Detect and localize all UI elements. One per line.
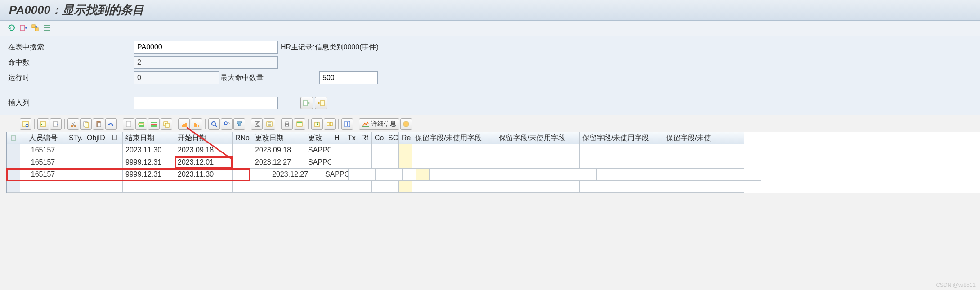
details-icon[interactable] bbox=[20, 118, 31, 130]
view-icon[interactable] bbox=[324, 118, 336, 130]
cell bbox=[345, 181, 358, 193]
cell bbox=[109, 156, 123, 169]
cell-pernr: 165157 bbox=[20, 156, 66, 169]
sum-icon[interactable] bbox=[251, 118, 263, 130]
cell-re bbox=[416, 169, 430, 181]
cell bbox=[496, 181, 580, 193]
col-enddate[interactable]: 结束日期 bbox=[123, 132, 175, 144]
move-right-button[interactable] bbox=[300, 97, 313, 109]
col-rno[interactable]: RNo bbox=[233, 132, 252, 144]
cell bbox=[349, 169, 362, 181]
insertcol-input[interactable] bbox=[134, 97, 278, 109]
grid-header: 人员编号 STy. ObjID LI 结束日期 开始日期 RNo 更改日期 更改… bbox=[7, 132, 980, 144]
table-row[interactable]: 165157 9999.12.31 2023.11.30 bbox=[7, 169, 250, 181]
layout-icon[interactable] bbox=[294, 118, 305, 130]
find-next-icon[interactable] bbox=[221, 118, 233, 130]
cell bbox=[385, 156, 399, 169]
check-icon[interactable] bbox=[37, 118, 49, 130]
col-li[interactable]: LI bbox=[109, 132, 123, 144]
svg-rect-5 bbox=[44, 30, 50, 31]
svg-rect-29 bbox=[185, 123, 187, 127]
col-rf[interactable]: Rf bbox=[358, 132, 372, 144]
cell-changedate: 2023.12.27 bbox=[252, 156, 305, 169]
col-reserved-3[interactable]: 保留字段/未使用字段 bbox=[580, 132, 663, 144]
col-selector[interactable] bbox=[7, 132, 20, 144]
cell bbox=[496, 156, 580, 169]
cell-begdate: 2023.11.30 bbox=[175, 169, 233, 181]
col-sc[interactable]: SC bbox=[385, 132, 399, 144]
cell-changedate: 2023.09.18 bbox=[252, 144, 305, 156]
paste-icon[interactable] bbox=[93, 118, 104, 130]
svg-rect-30 bbox=[194, 123, 196, 127]
cell bbox=[233, 144, 252, 156]
table-row[interactable]: 165157 2023.11.30 2023.09.18 2023.09.18 … bbox=[7, 144, 980, 156]
print-icon[interactable] bbox=[281, 118, 293, 130]
detail-info-button[interactable]: 详细信息 bbox=[359, 118, 399, 130]
col-sty[interactable]: STy. bbox=[66, 132, 84, 144]
col-co[interactable]: Co bbox=[372, 132, 385, 144]
svg-rect-4 bbox=[44, 27, 50, 28]
row-selector[interactable] bbox=[7, 156, 20, 169]
col-reserved-4[interactable]: 保留字段/未使 bbox=[663, 132, 744, 144]
col-changeuser[interactable]: 更改 bbox=[305, 132, 331, 144]
cell bbox=[376, 169, 389, 181]
duplicate-row-icon[interactable] bbox=[161, 118, 172, 130]
move-left-button[interactable] bbox=[315, 97, 327, 109]
cell bbox=[358, 144, 372, 156]
title-bar: PA0000：显示找到的条目 bbox=[0, 0, 980, 21]
cell bbox=[663, 156, 744, 169]
undo-icon[interactable] bbox=[105, 118, 117, 130]
link-icon[interactable] bbox=[30, 22, 40, 33]
svg-rect-6 bbox=[304, 100, 307, 106]
filter-icon[interactable] bbox=[233, 118, 245, 130]
table-row[interactable]: 165157 9999.12.31 2023.12.01 2023.12.27 … bbox=[7, 156, 980, 169]
row-selector[interactable] bbox=[7, 169, 20, 181]
cut-icon[interactable] bbox=[67, 118, 79, 130]
data-grid: 人员编号 STy. ObjID LI 结束日期 开始日期 RNo 更改日期 更改… bbox=[6, 132, 980, 193]
cell-changeuser: SAPPO bbox=[305, 144, 331, 156]
col-pernr[interactable]: 人员编号 bbox=[20, 132, 66, 144]
sort-desc-icon[interactable] bbox=[191, 118, 202, 130]
page-title: PA0000：显示找到的条目 bbox=[9, 2, 144, 18]
col-h[interactable]: H bbox=[331, 132, 345, 144]
detail-info-label: 详细信息 bbox=[371, 120, 396, 128]
doc-nav-icon[interactable] bbox=[50, 118, 62, 130]
maxhits-value[interactable] bbox=[319, 71, 378, 84]
insert-row-icon[interactable] bbox=[135, 118, 147, 130]
attachment-icon[interactable] bbox=[400, 118, 412, 130]
col-reserved-1[interactable]: 保留字段/未使用字段 bbox=[412, 132, 496, 144]
navigate-icon[interactable] bbox=[18, 22, 29, 33]
cell bbox=[663, 181, 744, 193]
cell bbox=[331, 181, 345, 193]
copy-icon[interactable] bbox=[80, 118, 92, 130]
cell bbox=[233, 181, 252, 193]
export-icon[interactable] bbox=[311, 118, 323, 130]
svg-rect-3 bbox=[44, 25, 50, 26]
row-selector[interactable] bbox=[7, 144, 20, 156]
cell bbox=[385, 181, 399, 193]
info-icon[interactable]: i bbox=[341, 118, 353, 130]
cell bbox=[345, 144, 358, 156]
col-tx[interactable]: Tx bbox=[345, 132, 358, 144]
refresh-icon[interactable] bbox=[6, 22, 17, 33]
search-input[interactable] bbox=[134, 41, 278, 54]
list-icon[interactable] bbox=[41, 22, 52, 33]
find-icon[interactable] bbox=[208, 118, 220, 130]
cell-enddate: 9999.12.31 bbox=[123, 156, 175, 169]
svg-rect-24 bbox=[151, 125, 157, 127]
cell bbox=[175, 181, 233, 193]
row-selector[interactable] bbox=[7, 181, 20, 193]
cell-changeuser: SAPPO bbox=[322, 169, 349, 181]
col-re[interactable]: Re bbox=[399, 132, 412, 144]
svg-rect-46 bbox=[362, 126, 369, 127]
svg-rect-18 bbox=[126, 121, 131, 127]
col-changedate[interactable]: 更改日期 bbox=[252, 132, 305, 144]
table-row[interactable]: 2023.12.27 SAPPO bbox=[250, 169, 980, 181]
col-objid[interactable]: ObjID bbox=[84, 132, 109, 144]
subtotal-icon[interactable] bbox=[264, 118, 275, 130]
delete-row-icon[interactable] bbox=[148, 118, 160, 130]
cell bbox=[109, 144, 123, 156]
col-reserved-2[interactable]: 保留字段/未使用字段 bbox=[496, 132, 580, 144]
cell bbox=[372, 156, 385, 169]
new-row-icon[interactable] bbox=[123, 118, 134, 130]
